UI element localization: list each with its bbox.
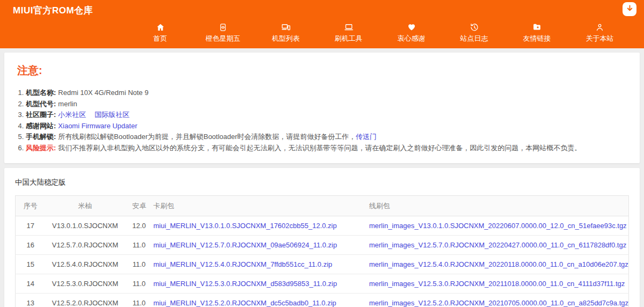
nav-item-thanks[interactable]: 衷心感谢 [380,22,443,43]
table-cell: 15 [16,255,46,274]
home-icon [156,22,165,32]
table-cell: miui_MERLIN_V12.5.7.0.RJOCNXM_09ae506924… [153,236,369,255]
notice-item: 风险提示:我们不推荐刷入非机型购入地区以外的系统分支，有可能会引起无法刷入，无法… [26,143,627,154]
notice-item: 手机解锁:所有线刷都以解锁Bootloader为前提，并且解锁Bootloade… [26,131,627,143]
nav-item-label: 刷机工具 [335,34,363,43]
nav-item-label: 关于本站 [586,34,614,43]
person-icon [595,22,604,32]
notice-item-label: 机型名称: [26,89,56,97]
table-cell: V12.5.7.0.RJOCNXM [45,236,125,255]
table-cell: miui_MERLIN_V13.0.1.0.SJOCNXM_17602cbb55… [153,216,369,236]
table-row: 16V12.5.7.0.RJOCNXM11.0miui_MERLIN_V12.5… [16,236,629,255]
fastboot-rom-link[interactable]: merlin_images_V12.5.4.0.RJOCNXM_20220118… [369,260,628,268]
rom-table-body: 17V13.0.1.0.SJOCNXM12.0miui_MERLIN_V13.0… [16,216,629,307]
rom-table: 序号米柚安卓卡刷包线刷包 17V13.0.1.0.SJOCNXM12.0miui… [15,195,629,307]
notice-item-text: merlin [58,100,77,108]
table-cell: 11.0 [125,294,153,307]
notice-link[interactable]: 传送门 [356,133,377,141]
table-row: 14V12.5.3.0.RJOCNXM11.0miui_MERLIN_V12.5… [16,274,629,294]
nav-item-friend-links[interactable]: 友情链接 [506,22,568,43]
table-row: 15V12.5.4.0.RJOCNXM11.0miui_MERLIN_V12.5… [16,255,629,274]
recovery-rom-link[interactable]: miui_MERLIN_V12.5.2.0.RJOCNXM_dc5c5badb0… [153,299,336,307]
table-cell: miui_MERLIN_V12.5.4.0.RJOCNXM_7ffdb551cc… [153,255,369,274]
main-nav: 首页橙色星期五机型列表刷机工具衷心感谢站点日志友情链接关于本站 [129,22,631,43]
table-cell: V12.5.4.0.RJOCNXM [45,255,125,274]
nav-item-label: 衷心感谢 [398,34,426,43]
fastboot-rom-link[interactable]: merlin_images_V12.5.2.0.RJOCNXM_20210705… [369,299,628,307]
column-header: 线刷包 [369,196,629,216]
notice-link[interactable]: Xiaomi Firmware Updater [58,122,137,130]
column-header: 卡刷包 [153,196,369,216]
nav-item-orange-friday[interactable]: 橙色星期五 [192,22,254,43]
nav-item-label: 站点日志 [460,34,488,43]
table-cell: miui_MERLIN_V12.5.3.0.RJOCNXM_d583d95853… [153,274,369,294]
notice-title: 注意: [17,63,627,78]
recovery-rom-link[interactable]: miui_MERLIN_V13.0.1.0.SJOCNXM_17602cbb55… [153,222,337,230]
notice-item-text: 我们不推荐刷入非机型购入地区以外的系统分支，有可能会引起无法刷入，无法识别基带等… [58,144,581,152]
heart-icon [407,22,416,32]
nav-item-home[interactable]: 首页 [129,22,192,43]
column-header: 安卓 [125,196,153,216]
table-cell: 12.0 [125,216,153,236]
notice-item-label: 机型代号: [26,100,56,108]
fastboot-rom-link[interactable]: merlin_images_V13.0.1.0.SJOCNXM_20220607… [369,222,627,230]
table-cell: merlin_images_V12.5.3.0.RJOCNXM_20211018… [369,274,629,294]
notice-item-text: 所有线刷都以解锁Bootloader为前提，并且解锁Bootloader时会清除… [58,133,356,141]
table-row: 17V13.0.1.0.SJOCNXM12.0miui_MERLIN_V13.0… [16,216,629,236]
table-cell: 11.0 [125,274,153,294]
notice-item-label: 感谢网站: [26,122,56,130]
table-cell: 14 [16,274,46,294]
nav-item-device-list[interactable]: 机型列表 [254,22,317,43]
fastboot-rom-link[interactable]: merlin_images_V12.5.7.0.RJOCNXM_20220427… [369,241,626,249]
nav-item-flash-tools[interactable]: 刷机工具 [317,22,380,43]
laptop-icon [343,22,354,32]
table-cell: 11.0 [125,255,153,274]
table-cell: merlin_images_V12.5.7.0.RJOCNXM_20220427… [369,236,629,255]
devices-icon [281,22,291,32]
notice-card: 注意: 机型名称:Redmi 10X 4G/Redmi Note 9机型代号:m… [4,53,640,163]
nav-item-label: 友情链接 [523,34,551,43]
notice-item: 机型名称:Redmi 10X 4G/Redmi Note 9 [26,87,627,99]
fastboot-rom-link[interactable]: merlin_images_V12.5.3.0.RJOCNXM_20211018… [369,280,625,288]
column-header: 米柚 [45,196,125,216]
table-cell: 11.0 [125,236,153,255]
recovery-rom-link[interactable]: miui_MERLIN_V12.5.7.0.RJOCNXM_09ae506924… [153,241,337,249]
notice-item: 社区圈子:小米社区国际版社区 [26,109,627,121]
recovery-rom-link[interactable]: miui_MERLIN_V12.5.4.0.RJOCNXM_7ffdb551cc… [153,260,332,268]
notice-item-label: 手机解锁: [26,133,56,141]
table-cell: merlin_images_V13.0.1.0.SJOCNXM_20220607… [369,216,629,236]
orange-friday-icon [218,22,228,32]
notice-item: 感谢网站:Xiaomi Firmware Updater [26,121,627,132]
recovery-rom-link[interactable]: miui_MERLIN_V12.5.3.0.RJOCNXM_d583d95853… [153,280,337,288]
nav-item-about[interactable]: 关于本站 [568,22,631,43]
header-row: 序号米柚安卓卡刷包线刷包 [16,196,629,216]
table-cell: 17 [16,216,46,236]
table-cell: V12.5.3.0.RJOCNXM [45,274,125,294]
download-button[interactable] [623,2,636,16]
table-cell: V12.5.2.0.RJOCNXM [45,294,125,307]
site-title: MIUI官方ROM仓库 [13,4,631,17]
rom-table-card: 中国大陆稳定版 序号米柚安卓卡刷包线刷包 17V13.0.1.0.SJOCNXM… [4,168,640,307]
notice-item: 机型代号:merlin [26,99,627,110]
notice-list: 机型名称:Redmi 10X 4G/Redmi Note 9机型代号:merli… [26,87,627,154]
rom-table-head: 序号米柚安卓卡刷包线刷包 [16,196,629,216]
table-cell: 16 [16,236,46,255]
nav-item-label: 橙色星期五 [206,34,240,43]
notice-item-label: 社区圈子: [26,111,56,119]
table-cell: merlin_images_V12.5.2.0.RJOCNXM_20210705… [369,294,629,307]
folder-star-icon [532,22,542,32]
rom-section-title: 中国大陆稳定版 [15,178,629,187]
nav-item-site-log[interactable]: 站点日志 [443,22,506,43]
notice-link[interactable]: 小米社区 [58,111,86,119]
notice-item-label: 风险提示: [26,144,56,152]
table-cell: miui_MERLIN_V12.5.2.0.RJOCNXM_dc5c5badb0… [153,294,369,307]
nav-item-label: 首页 [153,34,167,43]
table-row: 13V12.5.2.0.RJOCNXM11.0miui_MERLIN_V12.5… [16,294,629,307]
table-cell: merlin_images_V12.5.4.0.RJOCNXM_20220118… [369,255,629,274]
column-header: 序号 [16,196,46,216]
notice-link[interactable]: 国际版社区 [94,111,129,119]
history-icon [470,22,479,32]
download-icon [626,4,634,14]
site-header: MIUI官方ROM仓库 首页橙色星期五机型列表刷机工具衷心感谢站点日志友情链接关… [0,0,644,48]
nav-item-label: 机型列表 [272,34,300,43]
